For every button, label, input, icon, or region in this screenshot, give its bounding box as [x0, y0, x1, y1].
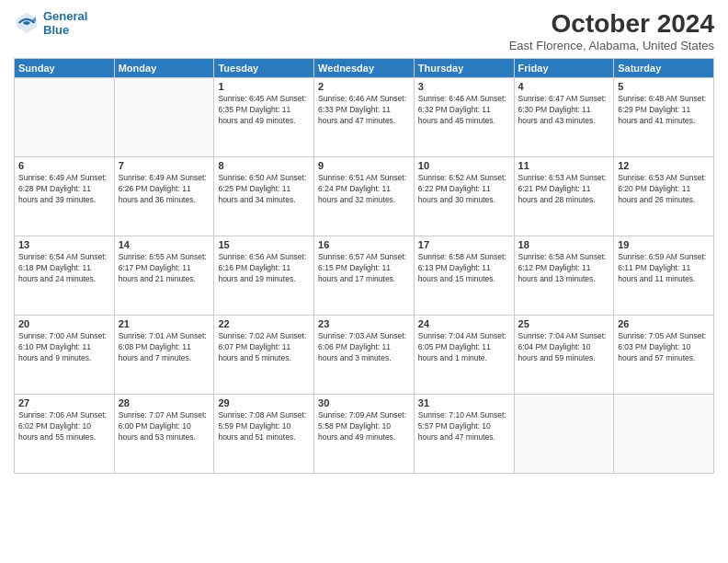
day-number: 16: [318, 239, 410, 250]
table-row: 29Sunrise: 7:08 AM Sunset: 5:59 PM Dayli…: [214, 395, 314, 474]
table-row: 18Sunrise: 6:58 AM Sunset: 6:12 PM Dayli…: [514, 236, 614, 316]
table-row: 30Sunrise: 7:09 AM Sunset: 5:58 PM Dayli…: [314, 395, 415, 474]
day-number: 22: [218, 318, 310, 329]
day-info: Sunrise: 6:47 AM Sunset: 6:30 PM Dayligh…: [518, 94, 610, 127]
day-number: 3: [418, 81, 510, 92]
day-info: Sunrise: 6:48 AM Sunset: 6:29 PM Dayligh…: [618, 94, 710, 127]
table-row: [15, 78, 115, 157]
table-row: [614, 395, 714, 474]
day-info: Sunrise: 6:50 AM Sunset: 6:25 PM Dayligh…: [218, 173, 310, 206]
logo-text: General Blue: [43, 9, 87, 37]
day-info: Sunrise: 7:09 AM Sunset: 5:58 PM Dayligh…: [318, 410, 410, 443]
day-number: 2: [318, 81, 410, 92]
day-info: Sunrise: 6:49 AM Sunset: 6:28 PM Dayligh…: [18, 173, 110, 206]
table-row: 23Sunrise: 7:03 AM Sunset: 6:06 PM Dayli…: [314, 316, 415, 395]
day-info: Sunrise: 6:56 AM Sunset: 6:16 PM Dayligh…: [218, 252, 310, 285]
col-sunday: Sunday: [15, 59, 115, 78]
calendar-week-row: 13Sunrise: 6:54 AM Sunset: 6:18 PM Dayli…: [15, 236, 714, 316]
table-row: 12Sunrise: 6:53 AM Sunset: 6:20 PM Dayli…: [614, 157, 714, 236]
day-info: Sunrise: 7:04 AM Sunset: 6:04 PM Dayligh…: [518, 331, 610, 364]
day-number: 28: [119, 397, 210, 408]
day-number: 29: [218, 397, 310, 408]
location: East Florence, Alabama, United States: [509, 39, 714, 52]
day-number: 24: [418, 318, 510, 329]
day-number: 31: [418, 397, 510, 408]
table-row: 7Sunrise: 6:49 AM Sunset: 6:26 PM Daylig…: [114, 157, 214, 236]
table-row: [514, 395, 614, 474]
table-row: 27Sunrise: 7:06 AM Sunset: 6:02 PM Dayli…: [15, 395, 115, 474]
day-number: 10: [418, 160, 510, 171]
page: General Blue October 2024 East Florence,…: [0, 0, 728, 563]
col-friday: Friday: [514, 59, 614, 78]
day-info: Sunrise: 7:00 AM Sunset: 6:10 PM Dayligh…: [18, 331, 110, 364]
day-number: 18: [518, 239, 610, 250]
table-row: 2Sunrise: 6:46 AM Sunset: 6:33 PM Daylig…: [314, 78, 415, 157]
table-row: 6Sunrise: 6:49 AM Sunset: 6:28 PM Daylig…: [15, 157, 115, 236]
day-number: 1: [218, 81, 310, 92]
day-info: Sunrise: 7:03 AM Sunset: 6:06 PM Dayligh…: [318, 331, 410, 364]
table-row: 17Sunrise: 6:58 AM Sunset: 6:13 PM Dayli…: [414, 236, 514, 316]
table-row: 28Sunrise: 7:07 AM Sunset: 6:00 PM Dayli…: [114, 395, 214, 474]
calendar-header-row: Sunday Monday Tuesday Wednesday Thursday…: [15, 59, 714, 78]
day-info: Sunrise: 6:58 AM Sunset: 6:13 PM Dayligh…: [418, 252, 510, 285]
col-thursday: Thursday: [414, 59, 514, 78]
day-number: 4: [518, 81, 610, 92]
day-info: Sunrise: 6:59 AM Sunset: 6:11 PM Dayligh…: [618, 252, 710, 285]
table-row: 25Sunrise: 7:04 AM Sunset: 6:04 PM Dayli…: [514, 316, 614, 395]
table-row: 21Sunrise: 7:01 AM Sunset: 6:08 PM Dayli…: [114, 316, 214, 395]
calendar-table: Sunday Monday Tuesday Wednesday Thursday…: [14, 58, 714, 474]
calendar-week-row: 27Sunrise: 7:06 AM Sunset: 6:02 PM Dayli…: [15, 395, 714, 474]
table-row: 11Sunrise: 6:53 AM Sunset: 6:21 PM Dayli…: [514, 157, 614, 236]
table-row: 14Sunrise: 6:55 AM Sunset: 6:17 PM Dayli…: [114, 236, 214, 316]
day-number: 13: [18, 239, 110, 250]
col-tuesday: Tuesday: [214, 59, 314, 78]
day-number: 8: [218, 160, 310, 171]
day-info: Sunrise: 6:53 AM Sunset: 6:21 PM Dayligh…: [518, 173, 610, 206]
table-row: 15Sunrise: 6:56 AM Sunset: 6:16 PM Dayli…: [214, 236, 314, 316]
table-row: 13Sunrise: 6:54 AM Sunset: 6:18 PM Dayli…: [15, 236, 115, 316]
col-wednesday: Wednesday: [314, 59, 415, 78]
day-number: 20: [18, 318, 110, 329]
day-number: 17: [418, 239, 510, 250]
col-monday: Monday: [114, 59, 214, 78]
day-info: Sunrise: 6:51 AM Sunset: 6:24 PM Dayligh…: [318, 173, 410, 206]
day-number: 19: [618, 239, 710, 250]
table-row: 19Sunrise: 6:59 AM Sunset: 6:11 PM Dayli…: [614, 236, 714, 316]
day-number: 14: [119, 239, 210, 250]
table-row: 26Sunrise: 7:05 AM Sunset: 6:03 PM Dayli…: [614, 316, 714, 395]
calendar-week-row: 20Sunrise: 7:00 AM Sunset: 6:10 PM Dayli…: [15, 316, 714, 395]
day-number: 27: [18, 397, 110, 408]
table-row: [114, 78, 214, 157]
table-row: 10Sunrise: 6:52 AM Sunset: 6:22 PM Dayli…: [414, 157, 514, 236]
table-row: 31Sunrise: 7:10 AM Sunset: 5:57 PM Dayli…: [414, 395, 514, 474]
day-number: 5: [618, 81, 710, 92]
col-saturday: Saturday: [614, 59, 714, 78]
day-info: Sunrise: 6:46 AM Sunset: 6:32 PM Dayligh…: [418, 94, 510, 127]
logo: General Blue: [14, 9, 87, 37]
calendar-week-row: 6Sunrise: 6:49 AM Sunset: 6:28 PM Daylig…: [15, 157, 714, 236]
table-row: 22Sunrise: 7:02 AM Sunset: 6:07 PM Dayli…: [214, 316, 314, 395]
day-info: Sunrise: 7:07 AM Sunset: 6:00 PM Dayligh…: [119, 410, 210, 443]
month-title: October 2024: [509, 9, 714, 39]
day-info: Sunrise: 6:58 AM Sunset: 6:12 PM Dayligh…: [518, 252, 610, 285]
day-number: 7: [119, 160, 210, 171]
day-number: 11: [518, 160, 610, 171]
day-info: Sunrise: 6:46 AM Sunset: 6:33 PM Dayligh…: [318, 94, 410, 127]
day-number: 9: [318, 160, 410, 171]
day-number: 6: [18, 160, 110, 171]
day-number: 21: [119, 318, 210, 329]
day-info: Sunrise: 7:10 AM Sunset: 5:57 PM Dayligh…: [418, 410, 510, 443]
day-info: Sunrise: 7:05 AM Sunset: 6:03 PM Dayligh…: [618, 331, 710, 364]
table-row: 24Sunrise: 7:04 AM Sunset: 6:05 PM Dayli…: [414, 316, 514, 395]
day-number: 12: [618, 160, 710, 171]
day-number: 25: [518, 318, 610, 329]
day-info: Sunrise: 6:49 AM Sunset: 6:26 PM Dayligh…: [119, 173, 210, 206]
table-row: 4Sunrise: 6:47 AM Sunset: 6:30 PM Daylig…: [514, 78, 614, 157]
day-number: 23: [318, 318, 410, 329]
header: General Blue October 2024 East Florence,…: [14, 9, 714, 52]
day-number: 26: [618, 318, 710, 329]
day-info: Sunrise: 6:53 AM Sunset: 6:20 PM Dayligh…: [618, 173, 710, 206]
day-info: Sunrise: 7:02 AM Sunset: 6:07 PM Dayligh…: [218, 331, 310, 364]
day-number: 15: [218, 239, 310, 250]
day-info: Sunrise: 6:52 AM Sunset: 6:22 PM Dayligh…: [418, 173, 510, 206]
